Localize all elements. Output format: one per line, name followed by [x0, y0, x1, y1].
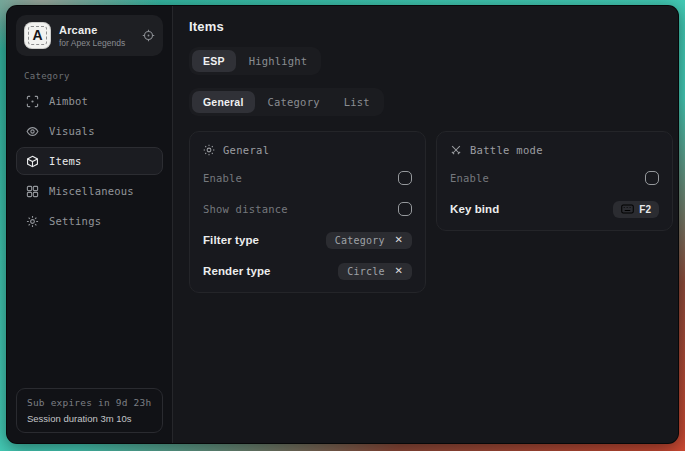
session-duration-text: Session duration 3m 10s — [27, 413, 152, 424]
mode-tabs: ESP Highlight — [189, 47, 321, 75]
show-distance-checkbox[interactable] — [398, 202, 412, 216]
tab-general[interactable]: General — [192, 91, 255, 113]
setting-row-filter-type: Filter type Category ✕ — [203, 231, 412, 249]
sidebar-spacer — [16, 237, 163, 388]
close-icon[interactable]: ✕ — [395, 235, 403, 245]
row-label: Show distance — [203, 203, 288, 215]
setting-row-enable: Enable — [450, 169, 659, 187]
sidebar-item-miscellaneous[interactable]: Miscellaneous — [16, 177, 163, 205]
enable-checkbox[interactable] — [398, 171, 412, 185]
session-info: Sub expires in 9d 23h Session duration 3… — [16, 388, 163, 433]
keyboard-icon — [621, 204, 634, 214]
brand-text: Arcane for Apex Legends — [59, 24, 134, 48]
page-title: Items — [189, 19, 673, 34]
app-window: A Arcane for Apex Legends Category — [6, 5, 679, 444]
brand-name: Arcane — [59, 24, 134, 36]
setting-row-key-bind: Key bind F2 — [450, 200, 659, 218]
keybind-value: F2 — [639, 204, 651, 215]
tab-category[interactable]: Category — [257, 91, 331, 113]
row-label: Enable — [203, 172, 242, 184]
panel-header: Battle mode — [450, 144, 659, 156]
sidebar-item-label: Visuals — [49, 125, 95, 137]
row-label: Enable — [450, 172, 489, 184]
crosshair-icon — [26, 95, 39, 108]
sidebar-item-label: Settings — [49, 215, 101, 227]
keybind-button[interactable]: F2 — [613, 201, 659, 218]
sidebar-item-settings[interactable]: Settings — [16, 207, 163, 235]
panel-battle-mode: Battle mode Enable Key bind — [436, 131, 673, 231]
app-logo: A — [24, 22, 51, 49]
background: A Arcane for Apex Legends Category — [0, 0, 685, 451]
sidebar-item-visuals[interactable]: Visuals — [16, 117, 163, 145]
filter-type-tag[interactable]: Category ✕ — [326, 232, 412, 249]
sidebar: A Arcane for Apex Legends Category — [7, 6, 173, 443]
setting-row-show-distance: Show distance — [203, 200, 412, 218]
swords-icon — [450, 144, 462, 156]
eye-icon — [26, 125, 39, 138]
grid-icon — [26, 185, 39, 198]
view-tabs: General Category List — [189, 88, 384, 116]
sub-expiry-text: Sub expires in 9d 23h — [27, 397, 152, 408]
sidebar-item-items[interactable]: Items — [16, 147, 163, 175]
setting-row-render-type: Render type Circle ✕ — [203, 262, 412, 280]
panels-row: General Enable Show distance Filter type… — [189, 131, 673, 293]
panel-general: General Enable Show distance Filter type… — [189, 131, 426, 293]
panel-title: General — [223, 144, 269, 156]
tab-list[interactable]: List — [333, 91, 381, 113]
sidebar-item-label: Aimbot — [49, 95, 88, 107]
tag-value: Circle — [347, 266, 384, 277]
logo-letter: A — [28, 26, 46, 45]
render-type-tag[interactable]: Circle ✕ — [338, 263, 412, 280]
package-icon — [26, 155, 39, 168]
gear-icon — [26, 215, 39, 228]
brand-subtitle: for Apex Legends — [59, 38, 134, 48]
brand-card: A Arcane for Apex Legends — [16, 15, 163, 56]
main-content: Items ESP Highlight General Category Lis… — [173, 6, 679, 443]
tag-value: Category — [335, 235, 385, 246]
target-icon[interactable] — [142, 29, 155, 42]
panel-header: General — [203, 144, 412, 156]
sidebar-item-label: Miscellaneous — [49, 185, 134, 197]
row-label: Render type — [203, 265, 271, 277]
tab-esp[interactable]: ESP — [192, 50, 236, 72]
sidebar-section-label: Category — [24, 71, 163, 81]
tab-highlight[interactable]: Highlight — [238, 50, 319, 72]
panel-title: Battle mode — [470, 144, 543, 156]
sun-icon — [203, 144, 215, 156]
setting-row-enable: Enable — [203, 169, 412, 187]
sidebar-item-label: Items — [49, 155, 82, 167]
sidebar-item-aimbot[interactable]: Aimbot — [16, 87, 163, 115]
battle-enable-checkbox[interactable] — [645, 171, 659, 185]
row-label: Filter type — [203, 234, 259, 246]
row-label: Key bind — [450, 203, 499, 215]
close-icon[interactable]: ✕ — [395, 266, 403, 276]
